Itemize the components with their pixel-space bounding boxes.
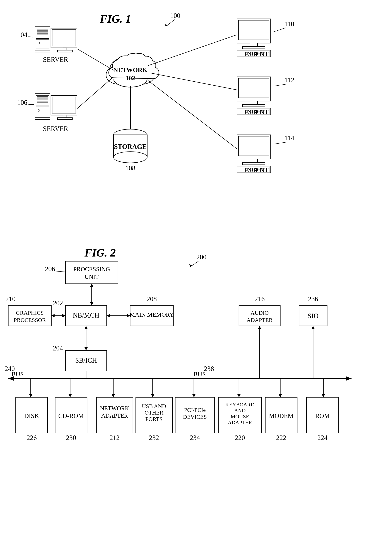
ref-210: 210	[5, 295, 15, 303]
svg-marker-111	[237, 394, 241, 397]
ref-232: 232	[149, 434, 159, 442]
server1	[35, 26, 77, 52]
svg-rect-33	[57, 117, 72, 119]
ref-224: 224	[317, 434, 327, 442]
ref-236: 236	[308, 295, 318, 303]
svg-rect-29	[35, 117, 50, 119]
storage: STORAGE	[113, 129, 147, 163]
ref-104: 104	[17, 31, 27, 39]
fig1-container: FIG. 1 100 NETWORK 102	[0, 8, 392, 236]
svg-line-47	[273, 28, 285, 32]
label-audio2: ADAPTER	[247, 317, 273, 323]
label-pci: PCI/PCIe	[184, 407, 205, 413]
label-netadapter: NETWORK	[100, 405, 129, 412]
svg-line-64	[77, 49, 113, 70]
label-client2: CLIENT	[245, 108, 269, 116]
svg-marker-113	[279, 394, 282, 397]
label-nbmch: NB/MCH	[73, 312, 99, 319]
svg-marker-105	[112, 394, 115, 397]
label-client1: CLIENT	[245, 50, 269, 58]
network-cloud: NETWORK 102	[106, 53, 159, 87]
svg-marker-91	[84, 347, 88, 350]
svg-point-28	[38, 110, 40, 112]
ref-200: 200	[196, 253, 206, 261]
svg-rect-31	[52, 97, 76, 113]
ref-100: 100	[170, 12, 180, 19]
label-network: NETWORK	[113, 66, 147, 73]
label-kbd: KEYBOARD	[225, 402, 254, 407]
svg-rect-14	[36, 39, 49, 49]
svg-marker-84	[51, 314, 55, 317]
svg-rect-16	[35, 50, 50, 52]
label-gfx2: PROCESSOR	[14, 317, 46, 323]
svg-rect-57	[238, 136, 269, 156]
svg-point-15	[38, 42, 40, 44]
label-kbd2: AND	[234, 407, 246, 413]
ref-216: 216	[255, 295, 265, 303]
ref-220: 220	[235, 434, 245, 442]
svg-rect-27	[36, 107, 49, 116]
svg-marker-109	[192, 394, 196, 397]
label-client3: CLIENT	[245, 166, 269, 174]
svg-marker-94	[346, 376, 351, 381]
svg-line-67	[151, 73, 237, 90]
svg-marker-85	[62, 314, 65, 317]
svg-marker-97	[258, 326, 261, 329]
svg-line-63	[273, 142, 285, 144]
label-mainmem: MAIN MEMORY	[130, 311, 174, 318]
label-server1: SERVER	[43, 56, 68, 63]
svg-rect-59	[243, 162, 265, 165]
label-server2: SERVER	[43, 125, 68, 133]
svg-line-73	[56, 271, 65, 272]
label-modem: MODEM	[269, 412, 294, 419]
server2	[35, 93, 77, 119]
ref-208: 208	[147, 295, 157, 303]
label-sbich: SB/ICH	[75, 357, 97, 364]
fig1-title: FIG. 1	[100, 13, 131, 25]
label-gfx: GRAPHICS	[16, 310, 43, 316]
ref-112: 112	[285, 76, 294, 84]
svg-rect-26	[37, 101, 48, 103]
svg-rect-12	[37, 31, 48, 33]
svg-marker-101	[29, 394, 33, 397]
svg-marker-71	[189, 264, 192, 267]
ref-230: 230	[66, 434, 76, 442]
svg-rect-20	[57, 50, 72, 52]
fig2-svg: FIG. 2 200 PROCESSING UNIT 206 NB/MCH 20…	[0, 243, 392, 529]
svg-rect-41	[238, 20, 269, 40]
svg-marker-90	[84, 326, 88, 329]
label-usb2: OTHER	[145, 410, 163, 416]
svg-point-39	[113, 152, 147, 163]
label-disk: DISK	[24, 412, 39, 419]
ref-114: 114	[285, 134, 294, 142]
label-rom: ROM	[315, 412, 330, 419]
page: FIG. 1 100 NETWORK 102	[0, 0, 392, 537]
label-sio: SIO	[308, 312, 318, 320]
svg-marker-1	[164, 24, 168, 26]
ref-108: 108	[125, 164, 135, 172]
ref-234: 234	[190, 434, 200, 442]
svg-marker-107	[151, 394, 154, 397]
svg-marker-99	[311, 326, 315, 329]
ref-222: 222	[276, 434, 286, 442]
svg-line-66	[148, 35, 237, 65]
svg-line-65	[77, 77, 113, 109]
ref-238: 238	[204, 365, 214, 373]
svg-marker-103	[68, 394, 72, 397]
svg-rect-25	[37, 99, 48, 100]
svg-line-21	[28, 37, 33, 37]
ref-212: 212	[109, 434, 120, 442]
ref-106: 106	[17, 99, 27, 106]
label-pci2: DEVICES	[183, 414, 207, 420]
fig1-svg: FIG. 1 100 NETWORK 102	[0, 8, 392, 236]
label-pu2: UNIT	[85, 273, 99, 280]
label-usb3: PORTS	[145, 416, 163, 422]
ref-102: 102	[126, 75, 135, 82]
svg-marker-80	[107, 314, 110, 317]
svg-rect-11	[37, 29, 48, 31]
svg-rect-13	[37, 34, 48, 35]
svg-rect-43	[243, 47, 265, 49]
svg-line-68	[148, 81, 237, 149]
svg-rect-51	[243, 105, 265, 107]
label-pu: PROCESSING	[73, 266, 110, 272]
